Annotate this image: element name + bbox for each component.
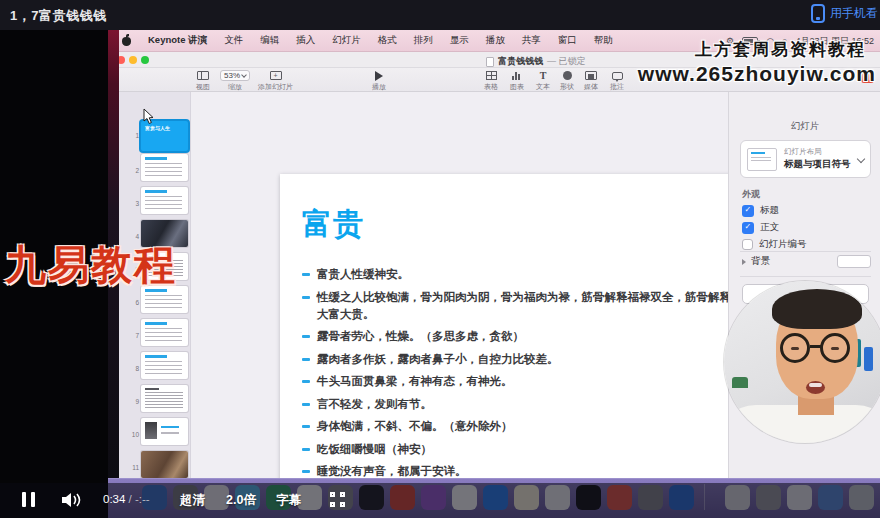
menu-window[interactable]: 窗口 xyxy=(558,34,577,47)
pause-button[interactable] xyxy=(22,492,36,507)
background-row[interactable]: 背景 xyxy=(742,255,871,268)
wifi-icon[interactable]: ◠ xyxy=(766,36,774,46)
slide-number: 3 xyxy=(127,200,139,207)
background-item xyxy=(864,347,873,371)
menu-keynote[interactable]: Keynote 讲演 xyxy=(148,34,207,47)
media-icon xyxy=(585,71,597,80)
volume-button[interactable] xyxy=(62,492,82,512)
glasses-bridge xyxy=(810,345,822,348)
menu-play[interactable]: 播放 xyxy=(486,34,505,47)
disclosure-triangle-icon[interactable] xyxy=(742,259,746,265)
bullet-dash-icon xyxy=(302,335,310,338)
checkbox-checked-icon[interactable] xyxy=(742,205,754,217)
player-control-bar: 0:34 / -:-- 超清 2.0倍 字幕 xyxy=(0,483,880,518)
slide-canvas: 富贵 富贵人性缓神安。 性缓之人比较饱满，骨为阳肉为阴，骨为福肉为禄，筋骨解释福… xyxy=(191,92,728,478)
slide-thumbnail-6[interactable] xyxy=(141,286,188,313)
bullet-item: 富贵人性缓神安。 xyxy=(302,266,780,283)
current-slide[interactable]: 富贵 富贵人性缓神安。 性缓之人比较饱满，骨为阳肉为阴，骨为福肉为禄，筋骨解释福… xyxy=(280,174,799,518)
appearance-section-label: 外观 xyxy=(742,188,760,201)
shape-button[interactable]: 形状 xyxy=(560,70,574,92)
menu-insert[interactable]: 插入 xyxy=(296,34,315,47)
slide-thumbnail-10[interactable] xyxy=(141,418,188,445)
window-locked-label: — 已锁定 xyxy=(547,55,586,68)
text-button[interactable]: T 文本 xyxy=(536,70,550,92)
presenter-webcam xyxy=(724,281,880,443)
view-button[interactable]: 视图 xyxy=(196,70,210,92)
slide-thumbnail-11[interactable] xyxy=(141,451,188,478)
slide-number: 6 xyxy=(127,299,139,306)
checkbox-checked-icon[interactable] xyxy=(742,222,754,234)
menu-share[interactable]: 共享 xyxy=(522,34,541,47)
add-slide-icon: + xyxy=(270,71,282,80)
slide-thumbnail-7[interactable] xyxy=(141,319,188,346)
bullet-dash-icon xyxy=(302,358,310,361)
fullscreen-button[interactable] xyxy=(330,492,345,507)
watch-on-phone-button[interactable]: 用手机看 xyxy=(811,4,878,23)
table-button[interactable]: 表格 xyxy=(484,70,498,92)
menu-help[interactable]: 帮助 xyxy=(594,34,613,47)
chart-button[interactable]: 图表 xyxy=(510,70,524,92)
time-display: 0:34 / -:-- xyxy=(103,493,150,505)
zoom-window-button[interactable] xyxy=(141,56,149,64)
checkbox-unchecked-icon[interactable] xyxy=(742,239,753,250)
apple-logo-icon[interactable] xyxy=(122,35,131,46)
slide-thumbnail-3[interactable] xyxy=(141,187,188,214)
quality-button[interactable]: 超清 xyxy=(180,492,205,509)
bullet-dash-icon xyxy=(302,470,310,473)
body-checkbox-row[interactable]: 正文 xyxy=(742,221,779,234)
slide-number: 8 xyxy=(127,365,139,372)
presenter-eye xyxy=(831,347,839,350)
current-time: 0:34 xyxy=(103,493,125,505)
comment-button[interactable]: 批注 xyxy=(610,70,624,92)
slide-thumbnail-8[interactable] xyxy=(141,352,188,379)
bullet-item: 吃饭细嚼慢咽（神安） xyxy=(302,441,780,458)
slide-thumbnail-5[interactable] xyxy=(141,253,188,280)
subtitles-button[interactable]: 字幕 xyxy=(276,492,301,509)
speed-button[interactable]: 2.0倍 xyxy=(226,492,256,509)
keynote-toolbar: 视图 53% 缩放 + 添加幻灯片 播放 表格 图表 xyxy=(108,68,880,92)
slide-thumbnail-2[interactable] xyxy=(141,154,188,181)
document-icon xyxy=(486,57,494,67)
slide-number: 5 xyxy=(127,266,139,273)
slide-heading[interactable]: 富贵 xyxy=(302,204,364,245)
menubar-clock[interactable]: 4月23日 周日 16:52 xyxy=(795,35,874,48)
gear-icon[interactable]: ⚙ xyxy=(726,36,734,46)
player-top-bar: 1，7富贵钱钱钱 用手机看 xyxy=(0,0,880,30)
bullet-item: 性缓之人比较饱满，骨为阳肉为阴，骨为福肉为禄，筋骨解释福禄双全，筋骨解释双眼有神… xyxy=(302,289,780,323)
slide-thumbnail-9[interactable] xyxy=(141,385,188,412)
menu-slide[interactable]: 幻灯片 xyxy=(332,34,361,47)
slide-number: 1 xyxy=(127,132,139,139)
menu-arrange[interactable]: 排列 xyxy=(414,34,433,47)
zoom-control[interactable]: 53% 缩放 xyxy=(220,70,250,92)
menu-view[interactable]: 显示 xyxy=(450,34,469,47)
bullet-dash-icon xyxy=(302,296,310,299)
bullet-item: 牛头马面贯鼻梁，有神有态，有神光。 xyxy=(302,373,780,390)
slide-thumbnail-4[interactable] xyxy=(141,220,188,247)
slide-layout-chooser[interactable]: 幻灯片布局 标题与项目符号 xyxy=(740,140,871,178)
chevron-down-icon xyxy=(857,155,865,163)
bullet-dash-icon xyxy=(302,448,310,451)
slide-number-checkbox-row[interactable]: 幻灯片编号 xyxy=(742,238,807,251)
divider xyxy=(740,276,871,277)
text-icon: T xyxy=(540,70,547,81)
add-slide-button[interactable]: + 添加幻灯片 xyxy=(258,70,293,92)
search-icon[interactable]: ○ xyxy=(782,36,787,46)
title-checkbox-row[interactable]: 标题 xyxy=(742,204,779,217)
menu-edit[interactable]: 编辑 xyxy=(260,34,279,47)
bullet-item: 露骨者劳心，性燥。（多思多虑，贪欲） xyxy=(302,328,780,345)
play-icon xyxy=(375,71,383,81)
background-plant xyxy=(732,377,748,388)
media-button[interactable]: 媒体 xyxy=(584,70,598,92)
minimize-window-button[interactable] xyxy=(129,56,137,64)
menu-format[interactable]: 格式 xyxy=(378,34,397,47)
zoom-value: 53% xyxy=(224,71,240,80)
menu-file[interactable]: 文件 xyxy=(224,34,243,47)
background-color-well[interactable] xyxy=(837,255,871,268)
battery-icon xyxy=(742,37,758,45)
slide-number: 11 xyxy=(127,464,139,471)
play-button[interactable]: 播放 xyxy=(372,70,386,92)
presenter-mouth xyxy=(806,381,825,394)
video-title: 1，7富贵钱钱钱 xyxy=(10,7,106,25)
slide-body-text[interactable]: 富贵人性缓神安。 性缓之人比较饱满，骨为阳肉为阴，骨为福肉为禄，筋骨解释福禄双全… xyxy=(302,266,780,486)
inspector-tab-slide[interactable]: 幻灯片 xyxy=(729,120,880,133)
